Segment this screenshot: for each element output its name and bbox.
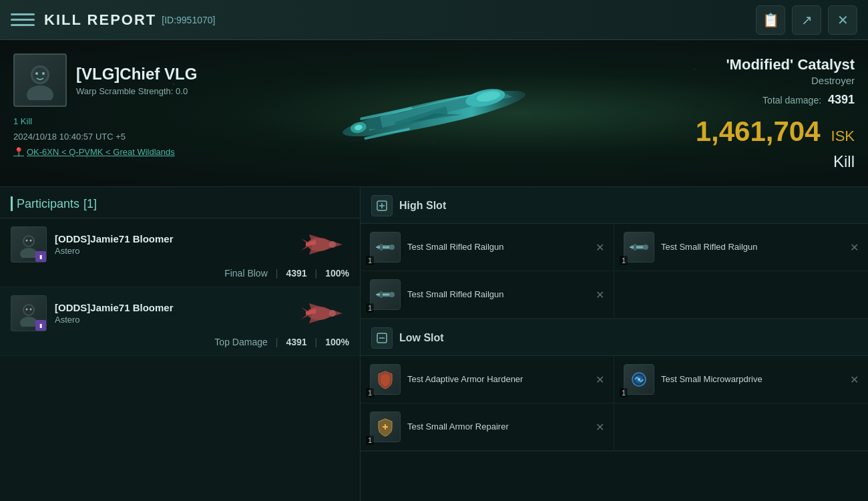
outcome-label: Kill — [833, 152, 855, 171]
item-qty-3: 1 — [366, 303, 374, 313]
high-slot-item-name-2: Test Small Rifled Railgun — [661, 241, 843, 253]
high-slot-items: 1 Test Small Rifled Railgun ✕ 1 — [361, 224, 868, 319]
header-actions: 📋 ↗ ✕ — [756, 5, 857, 35]
participant-avatar-1: ▮ — [11, 226, 47, 263]
participant-top: ▮ [ODDS]Jamie71 Bloomer Astero — [11, 226, 349, 263]
high-slot-item-3: 1 Test Small Rifled Railgun ✕ — [361, 271, 614, 319]
svg-point-45 — [643, 244, 648, 250]
participant-avatar-2: ▮ — [11, 295, 47, 331]
svg-point-20 — [30, 240, 32, 242]
low-slot-item-1: 1 Test Adaptive Armor Hardener ✕ — [361, 356, 614, 403]
svg-point-49 — [389, 292, 395, 297]
corp-icon-2: ▮ — [35, 320, 46, 331]
low-slot-icon — [371, 327, 393, 349]
low-item-qty-2: 1 — [620, 388, 628, 397]
participants-header: Participants [1] — [0, 187, 360, 218]
ship-name: 'Modified' Catalyst — [726, 56, 855, 73]
remove-item-1[interactable]: ✕ — [596, 241, 604, 254]
high-slot-header: High Slot — [361, 187, 868, 224]
damage-label: Total damage: 4391 — [763, 93, 855, 107]
svg-point-3 — [35, 72, 38, 75]
svg-marker-25 — [301, 246, 309, 251]
svg-marker-24 — [301, 238, 309, 242]
isk-unit: ISK — [831, 128, 855, 145]
armor-repairer-icon — [370, 411, 401, 442]
remove-item-3[interactable]: ✕ — [596, 289, 604, 301]
svg-rect-42 — [380, 244, 383, 251]
railgun-icon-3 — [370, 279, 401, 310]
participant-name-2: [ODDS]Jamie71 Bloomer — [55, 302, 288, 313]
low-item-qty-1: 1 — [366, 388, 374, 397]
high-slot-item-name-1: Test Small Rifled Railgun — [407, 241, 589, 253]
kill-location[interactable]: 📍 OK-6XN < Q-PVMK < Great Wildlands — [13, 147, 214, 157]
ship-class: Destroyer — [811, 75, 855, 86]
high-slot-item-2: 1 Test Small Rifled Railgun ✕ — [614, 224, 868, 271]
corp-icon-1: ▮ — [35, 251, 46, 262]
svg-point-26 — [329, 241, 336, 248]
close-button[interactable]: ✕ — [828, 5, 857, 35]
railgun-icon-1 — [370, 232, 401, 263]
low-slot-item-name-1: Test Adaptive Armor Hardener — [407, 373, 589, 385]
svg-rect-50 — [380, 291, 383, 298]
participant-stats-1: Final Blow | 4391 | 100% — [11, 268, 349, 279]
pilot-row: [VLG]Chief VLG Warp Scramble Strength: 0… — [13, 53, 214, 107]
pilot-name: [VLG]Chief VLG — [76, 65, 214, 84]
pilot-avatar — [13, 53, 67, 107]
low-slot-item-2: 1 Test Small Microwarpdrive ✕ — [614, 356, 868, 403]
svg-marker-36 — [301, 315, 309, 319]
high-slot-icon — [371, 195, 393, 216]
remove-low-item-2[interactable]: ✕ — [850, 373, 859, 386]
low-slot-title: Low Slot — [399, 332, 444, 344]
main-content: Participants [1] ▮ [ODDS]Jamie71 Bloo — [0, 187, 868, 501]
participant-ship-2: Astero — [55, 315, 288, 325]
svg-point-37 — [329, 310, 336, 317]
svg-point-54 — [638, 378, 640, 381]
participant-ship-1: Astero — [55, 246, 288, 256]
svg-point-41 — [389, 244, 395, 250]
low-slot-item-4-empty — [614, 403, 868, 451]
participant-stats-2: Top Damage | 4391 | 100% — [11, 337, 349, 347]
low-slot-section: Low Slot 1 Test Adaptive Armor Hardener … — [361, 319, 868, 452]
high-slot-item-4-empty — [614, 271, 868, 319]
participant-card: ▮ [ODDS]Jamie71 Bloomer Astero — [0, 218, 360, 287]
hero-left: [VLG]Chief VLG Warp Scramble Strength: 0… — [0, 40, 227, 186]
left-panel: Participants [1] ▮ [ODDS]Jamie71 Bloo — [0, 187, 361, 501]
svg-point-29 — [24, 305, 33, 315]
menu-icon[interactable] — [11, 8, 35, 32]
svg-marker-35 — [301, 307, 309, 311]
svg-point-31 — [30, 309, 32, 311]
ship-img-1 — [296, 226, 349, 263]
svg-point-4 — [42, 72, 45, 75]
svg-point-19 — [26, 240, 28, 242]
low-slot-item-name-3: Test Small Armor Repairer — [407, 421, 589, 433]
armor-hardener-icon — [370, 364, 401, 395]
remove-low-item-1[interactable]: ✕ — [596, 373, 604, 386]
isk-value: 1,461,704 — [696, 118, 821, 146]
participant-top-2: ▮ [ODDS]Jamie71 Bloomer Astero — [11, 295, 349, 331]
participant-name-1: [ODDS]Jamie71 Bloomer — [55, 233, 288, 244]
participant-card-2: ▮ [ODDS]Jamie71 Bloomer Astero — [0, 287, 360, 356]
pilot-info: [VLG]Chief VLG Warp Scramble Strength: 0… — [76, 65, 214, 96]
svg-point-30 — [26, 309, 28, 311]
svg-point-1 — [27, 86, 53, 100]
railgun-icon-2 — [624, 232, 654, 263]
page-title: KILL REPORT — [44, 11, 156, 29]
participant-info-2: [ODDS]Jamie71 Bloomer Astero — [55, 302, 288, 325]
hero-ship — [227, 40, 641, 186]
high-slot-title: High Slot — [399, 200, 446, 212]
participant-info-1: [ODDS]Jamie71 Bloomer Astero — [55, 233, 288, 256]
low-slot-item-3: 1 Test Small Armor Repairer ✕ — [361, 403, 614, 451]
svg-rect-46 — [634, 244, 636, 251]
high-slot-section: High Slot 1 Test Small Rifled Railgun — [361, 187, 868, 319]
copy-button[interactable]: 📋 — [756, 5, 785, 35]
remove-low-item-3[interactable]: ✕ — [596, 421, 604, 434]
svg-point-18 — [24, 236, 33, 246]
share-button[interactable]: ↗ — [792, 5, 821, 35]
low-slot-items: 1 Test Adaptive Armor Hardener ✕ 1 — [361, 356, 868, 452]
low-item-qty-3: 1 — [366, 436, 374, 445]
right-panel: High Slot 1 Test Small Rifled Railgun — [361, 187, 868, 501]
item-qty-1: 1 — [366, 256, 374, 265]
microwarpdrive-icon — [624, 364, 654, 395]
low-slot-header: Low Slot — [361, 319, 868, 356]
remove-item-2[interactable]: ✕ — [850, 241, 859, 254]
